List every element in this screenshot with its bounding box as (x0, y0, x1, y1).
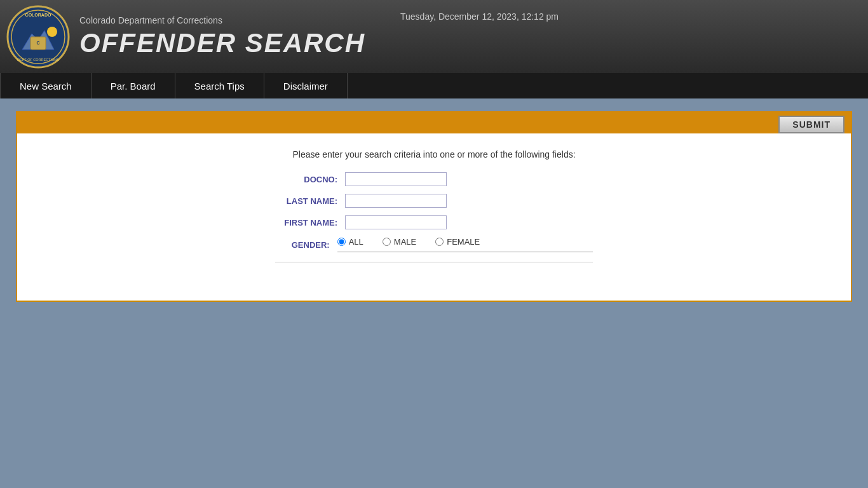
gender-male-option[interactable]: MALE (383, 237, 416, 247)
nav-search-tips[interactable]: Search Tips (175, 73, 264, 98)
gender-all-radio[interactable] (337, 238, 346, 246)
svg-text:COLORADO: COLORADO (25, 13, 51, 17)
firstname-row: FIRST NAME: (275, 215, 593, 229)
firstname-input[interactable] (345, 215, 447, 229)
dept-name-label: Colorado Department of Corrections (79, 15, 365, 25)
docno-input[interactable] (345, 172, 447, 186)
gender-female-label: FEMALE (447, 237, 480, 247)
search-instruction: Please enter your search criteria into o… (17, 133, 851, 172)
svg-text:C: C (36, 41, 39, 45)
datetime-label: Tuesday, December 12, 2023, 12:12 pm (400, 11, 559, 22)
gender-options: ALL MALE FEMALE (337, 237, 593, 252)
gender-female-radio[interactable] (435, 238, 444, 246)
state-logo: COLORADO C DEPT OF CORRECTIONS (6, 5, 70, 69)
nav-disclaimer[interactable]: Disclaimer (264, 73, 348, 98)
firstname-label: FIRST NAME: (275, 218, 345, 227)
lastname-label: LAST NAME: (275, 196, 345, 206)
lastname-input[interactable] (345, 194, 447, 208)
header-text-block: Colorado Department of Corrections OFFEN… (79, 15, 365, 58)
gender-male-label: MALE (394, 237, 416, 247)
app-title-label: OFFENDER SEARCH (79, 28, 365, 58)
submit-button[interactable]: SUBMIT (778, 116, 844, 133)
svg-point-4 (47, 27, 57, 37)
main-navbar: New Search Par. Board Search Tips Discla… (0, 73, 868, 98)
main-content: SUBMIT Please enter your search criteria… (0, 98, 868, 315)
gender-male-radio[interactable] (383, 238, 391, 246)
gender-all-option[interactable]: ALL (337, 237, 363, 247)
docno-label: DOCNO: (275, 175, 345, 184)
gender-all-label: ALL (349, 237, 363, 247)
svg-text:DEPT OF CORRECTIONS: DEPT OF CORRECTIONS (17, 58, 59, 62)
gender-label: GENDER: (275, 240, 337, 250)
gender-female-option[interactable]: FEMALE (435, 237, 480, 247)
page-header: COLORADO C DEPT OF CORRECTIONS Colorado … (0, 0, 868, 73)
nav-new-search[interactable]: New Search (0, 73, 92, 98)
docno-row: DOCNO: (275, 172, 593, 186)
search-card: SUBMIT Please enter your search criteria… (16, 111, 852, 302)
nav-par-board[interactable]: Par. Board (92, 73, 175, 98)
lastname-row: LAST NAME: (275, 194, 593, 208)
gender-row: GENDER: ALL MALE FEMALE (275, 237, 593, 262)
search-form: DOCNO: LAST NAME: FIRST NAME: GENDER: (275, 172, 593, 262)
